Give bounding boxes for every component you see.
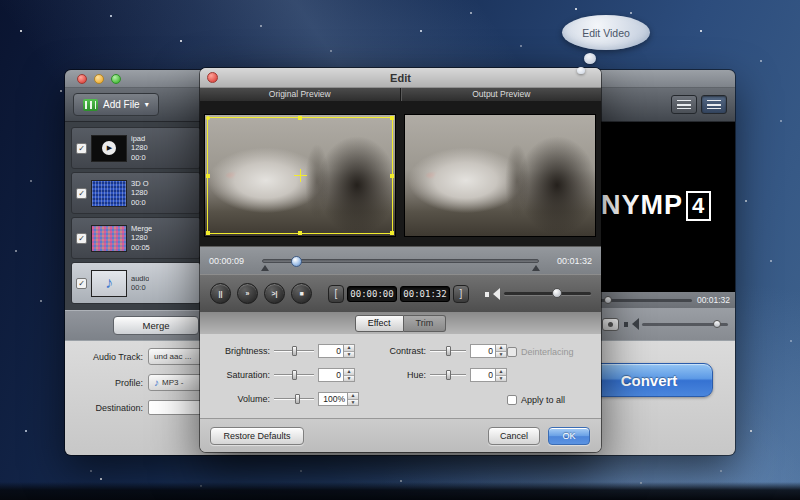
- callout-dot: [584, 53, 596, 64]
- volume-slider[interactable]: [274, 394, 314, 404]
- original-preview-frame[interactable]: [204, 114, 396, 237]
- crop-handle[interactable]: [390, 116, 394, 120]
- saturation-slider[interactable]: [274, 370, 314, 380]
- volume-track[interactable]: [642, 323, 728, 326]
- volume-group: [485, 288, 591, 300]
- hue-stepper[interactable]: 0 ▲▼: [470, 368, 507, 382]
- restore-defaults-button[interactable]: Restore Defaults: [210, 427, 304, 445]
- spinner-down-icon[interactable]: ▼: [344, 376, 354, 382]
- film-icon: [83, 99, 98, 111]
- checkbox-icon[interactable]: [507, 347, 517, 357]
- zoom-button[interactable]: [111, 74, 121, 84]
- volume-track[interactable]: [504, 292, 591, 295]
- speaker-icon[interactable]: [624, 318, 637, 330]
- convert-button[interactable]: Convert: [585, 363, 713, 397]
- volume-stepper[interactable]: 100% ▲▼: [318, 392, 359, 406]
- destination-label: Destination:: [73, 403, 143, 413]
- crop-handle[interactable]: [206, 116, 210, 120]
- seek-track[interactable]: [600, 299, 692, 302]
- speaker-icon[interactable]: [485, 288, 498, 300]
- file-resolution: 1280: [131, 188, 149, 198]
- seek-handle[interactable]: [291, 256, 302, 267]
- dialog-titlebar[interactable]: Edit: [200, 68, 601, 88]
- fast-forward-icon[interactable]: »: [237, 283, 258, 304]
- trim-end-icon[interactable]: [532, 265, 540, 271]
- spinner-down-icon[interactable]: ▼: [344, 352, 354, 358]
- contrast-value[interactable]: 0: [470, 344, 496, 358]
- file-title: 3D O: [131, 179, 149, 189]
- crop-handle[interactable]: [298, 116, 302, 120]
- crop-handle[interactable]: [298, 231, 302, 235]
- list-view-icon[interactable]: [671, 95, 697, 114]
- stop-icon[interactable]: ■: [291, 283, 312, 304]
- contrast-slider[interactable]: [430, 346, 466, 356]
- file-row-1[interactable]: ✓ ▶ ipad 1280 00:0: [71, 127, 201, 169]
- file-duration: 00:0: [131, 283, 149, 293]
- view-toggles: [671, 95, 727, 114]
- dialog-title: Edit: [390, 72, 411, 84]
- minimize-button[interactable]: [94, 74, 104, 84]
- step-forward-icon[interactable]: >|: [264, 283, 285, 304]
- profile-label: Profile:: [73, 378, 143, 388]
- hue-value[interactable]: 0: [470, 368, 496, 382]
- cancel-button[interactable]: Cancel: [488, 427, 540, 445]
- volume-handle[interactable]: [552, 288, 562, 298]
- file-duration: 00:0: [131, 198, 149, 208]
- crop-handle[interactable]: [206, 174, 210, 178]
- crop-handle[interactable]: [390, 174, 394, 178]
- crop-handle[interactable]: [206, 231, 210, 235]
- trim-start-time: 00:00:00: [347, 286, 397, 302]
- volume-handle[interactable]: [713, 320, 721, 328]
- callout-dot: [577, 67, 585, 74]
- check-icon[interactable]: ✓: [76, 143, 87, 154]
- crop-selection[interactable]: [207, 117, 393, 234]
- tab-effect[interactable]: Effect: [355, 315, 404, 332]
- contrast-stepper[interactable]: 0 ▲▼: [470, 344, 507, 358]
- logo-text: NYMP: [601, 190, 683, 221]
- seek-track[interactable]: [262, 259, 539, 263]
- main-preview: NYMP 4: [595, 122, 735, 292]
- check-icon[interactable]: ✓: [76, 233, 87, 244]
- tab-trim[interactable]: Trim: [404, 315, 447, 332]
- spinner-down-icon[interactable]: ▼: [348, 400, 358, 406]
- checkbox-icon[interactable]: [507, 395, 517, 405]
- apply-to-all-label: Apply to all: [521, 395, 565, 405]
- close-button[interactable]: [77, 74, 87, 84]
- file-title: Merge: [131, 224, 152, 234]
- brightness-stepper[interactable]: 0 ▲▼: [318, 344, 355, 358]
- spinner-down-icon[interactable]: ▼: [496, 352, 506, 358]
- play-icon[interactable]: ▶: [102, 141, 116, 155]
- file-row-2[interactable]: ✓ 3D O 1280 00:0: [71, 172, 201, 214]
- check-icon[interactable]: ✓: [76, 278, 87, 289]
- deinterlacing-checkbox[interactable]: Deinterlacing: [507, 346, 574, 358]
- saturation-value[interactable]: 0: [318, 368, 344, 382]
- check-icon[interactable]: ✓: [76, 188, 87, 199]
- file-duration: 00:05: [131, 243, 152, 253]
- volume-value[interactable]: 100%: [318, 392, 348, 406]
- pause-icon[interactable]: ||: [210, 283, 231, 304]
- crop-handle[interactable]: [390, 231, 394, 235]
- apply-to-all-checkbox[interactable]: Apply to all: [507, 394, 565, 406]
- video-thumbnail: [91, 180, 127, 207]
- file-row-4[interactable]: ✓ ♪ audio 00:0: [71, 262, 201, 304]
- seek-handle[interactable]: [604, 296, 612, 304]
- ok-button[interactable]: OK: [548, 427, 590, 445]
- hue-slider[interactable]: [430, 370, 466, 380]
- crosshair-icon: [300, 169, 301, 182]
- trim-start-icon[interactable]: [261, 265, 269, 271]
- trim-end-time: 00:01:32: [400, 286, 450, 302]
- add-file-button[interactable]: Add File ▾: [73, 93, 159, 116]
- brightness-value[interactable]: 0: [318, 344, 344, 358]
- thumbnail-view-icon[interactable]: [701, 95, 727, 114]
- set-trim-end-icon[interactable]: ]: [453, 285, 469, 303]
- close-icon[interactable]: [207, 72, 218, 83]
- video-frame-image: [405, 115, 595, 236]
- saturation-stepper[interactable]: 0 ▲▼: [318, 368, 355, 382]
- brightness-slider[interactable]: [274, 346, 314, 356]
- snapshot-camera-icon[interactable]: [602, 318, 619, 331]
- set-trim-start-icon[interactable]: [: [328, 285, 344, 303]
- merge-button[interactable]: Merge: [113, 316, 199, 335]
- file-row-3[interactable]: ✓ Merge 1280 00:05: [71, 217, 201, 259]
- logo-digit: 4: [686, 191, 711, 221]
- spinner-down-icon[interactable]: ▼: [496, 376, 506, 382]
